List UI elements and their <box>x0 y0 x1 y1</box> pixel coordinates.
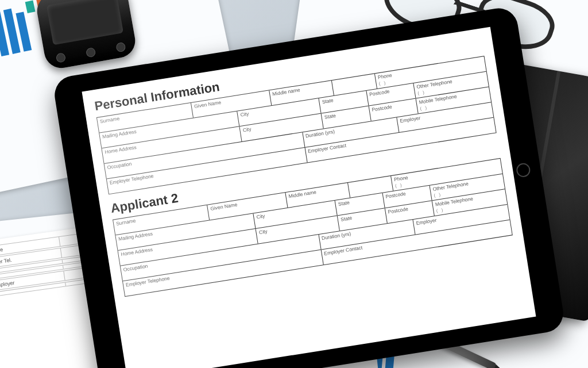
tablet-home-button[interactable] <box>516 162 531 178</box>
application-form: Personal Information Surname Given Name … <box>82 27 525 315</box>
desk-scene: ensesOther 0.00$154.00 54.00$342.00 14,5… <box>0 0 588 368</box>
tablet-screen[interactable]: Personal Information Surname Given Name … <box>82 27 536 368</box>
